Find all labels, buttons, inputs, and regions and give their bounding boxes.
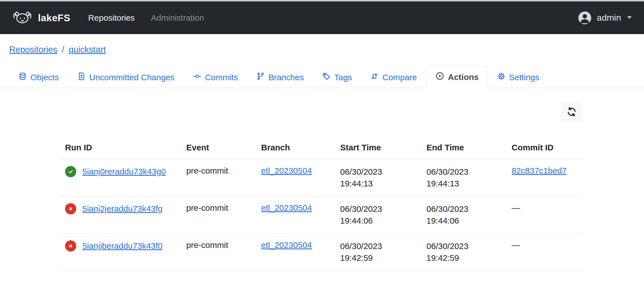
- branch-link[interactable]: etl_20230504: [261, 166, 312, 175]
- refresh-icon: [566, 106, 577, 118]
- user-menu[interactable]: admin: [578, 11, 632, 24]
- actions-tab-panel: Run ID Event Branch Start Time End Time …: [59, 102, 582, 271]
- file-diff-icon: [77, 72, 86, 82]
- compare-icon: [370, 72, 379, 82]
- action-runs-table: Run ID Event Branch Start Time End Time …: [59, 143, 582, 271]
- database-icon: [18, 72, 27, 82]
- start-time-cell: 06/30/2023 19:44:13: [340, 166, 426, 189]
- col-run-id: Run ID: [59, 143, 186, 159]
- table-header-row: Run ID Event Branch Start Time End Time …: [59, 143, 582, 159]
- commit-id-link[interactable]: 82c837c1bed7: [512, 166, 567, 175]
- nav-administration[interactable]: Administration: [151, 13, 204, 23]
- branch-link[interactable]: etl_20230504: [261, 240, 312, 250]
- tab-label: Uncommitted Changes: [89, 73, 175, 82]
- tag-icon: [322, 72, 331, 82]
- col-commit-id: Commit ID: [512, 143, 582, 159]
- lakefs-axolotl-logo-icon: [12, 9, 33, 27]
- tab-label: Settings: [509, 73, 539, 82]
- event-cell: pre-commit: [186, 166, 228, 175]
- breadcrumb: Repositories / quickstart: [9, 45, 633, 55]
- play-circle-icon: [435, 72, 444, 82]
- col-event: Event: [186, 143, 261, 159]
- nav-repositories[interactable]: Repositories: [88, 13, 135, 23]
- breadcrumb-repositories-link[interactable]: Repositories: [9, 45, 57, 55]
- breadcrumb-repo-link[interactable]: quickstart: [69, 45, 106, 55]
- tab-label: Actions: [448, 72, 479, 82]
- event-cell: pre-commit: [186, 203, 228, 212]
- commit-id-empty: —: [512, 203, 520, 212]
- breadcrumb-separator: /: [62, 45, 64, 55]
- tab-label: Branches: [268, 73, 304, 82]
- table-row: 5ianjjberaddu73k43f0 pre-commit etl_2023…: [59, 234, 582, 271]
- brand-name: lakeFS: [38, 12, 70, 23]
- refresh-runs-button[interactable]: [561, 102, 582, 122]
- success-status-icon: [65, 166, 76, 177]
- end-time-cell: 06/30/2023 19:44:06: [426, 203, 512, 227]
- col-branch: Branch: [261, 143, 340, 159]
- branch-icon: [256, 72, 265, 82]
- user-name: admin: [597, 13, 621, 23]
- tab-label: Commits: [205, 73, 238, 82]
- tab-objects[interactable]: Objects: [9, 67, 68, 88]
- tab-branches[interactable]: Branches: [247, 67, 313, 88]
- tab-label: Compare: [382, 73, 417, 82]
- tab-commits[interactable]: Commits: [184, 67, 247, 88]
- run-id-link[interactable]: 5ianj0reraddu73k43g0: [82, 167, 166, 176]
- avatar-icon: [578, 11, 591, 24]
- commit-id-empty: —: [512, 240, 520, 250]
- col-end-time: End Time: [426, 143, 512, 159]
- run-id-link[interactable]: 5ianjjberaddu73k43f0: [82, 241, 163, 251]
- branch-link[interactable]: etl_20230504: [261, 203, 312, 212]
- end-time-cell: 06/30/2023 19:42:59: [426, 240, 512, 264]
- tab-compare[interactable]: Compare: [361, 67, 426, 88]
- tab-uncommitted-changes[interactable]: Uncommitted Changes: [68, 67, 184, 88]
- main-nav: Repositories Administration: [88, 13, 204, 23]
- repo-tab-bar: Objects Uncommitted Changes Commits: [0, 66, 644, 88]
- event-cell: pre-commit: [186, 240, 228, 250]
- top-navbar: lakeFS Repositories Administration admin: [0, 1, 644, 34]
- chevron-down-icon: [627, 15, 632, 20]
- error-status-icon: [65, 240, 76, 252]
- col-start-time: Start Time: [340, 143, 426, 159]
- table-row: 5ianj2jeraddu73k43fg pre-commit etl_2023…: [59, 196, 582, 234]
- tab-actions[interactable]: Actions: [426, 66, 488, 88]
- commit-icon: [193, 72, 201, 82]
- end-time-cell: 06/30/2023 19:44:13: [426, 166, 512, 189]
- table-row: 5ianj0reraddu73k43g0 pre-commit etl_2023…: [59, 159, 582, 196]
- start-time-cell: 06/30/2023 19:44:06: [340, 203, 426, 227]
- tab-settings[interactable]: Settings: [488, 67, 548, 88]
- error-status-icon: [65, 203, 76, 214]
- start-time-cell: 06/30/2023 19:42:59: [340, 240, 426, 264]
- run-id-link[interactable]: 5ianj2jeraddu73k43fg: [82, 204, 163, 214]
- gear-icon: [497, 72, 505, 82]
- tab-label: Tags: [334, 73, 352, 82]
- tab-label: Objects: [30, 73, 59, 82]
- brand[interactable]: lakeFS: [12, 9, 70, 27]
- tab-tags[interactable]: Tags: [313, 67, 361, 88]
